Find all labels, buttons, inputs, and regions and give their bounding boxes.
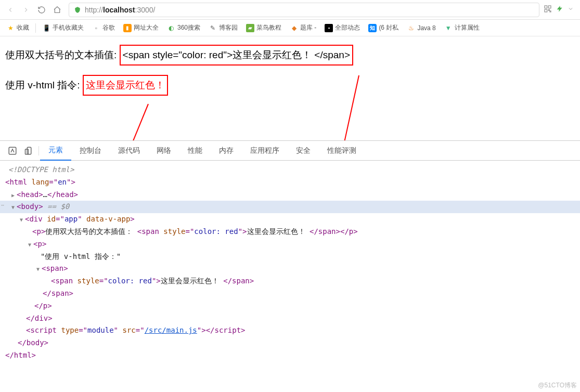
tab-elements[interactable]: 元素 — [40, 141, 71, 161]
home-button[interactable] — [50, 3, 65, 17]
tree-line[interactable]: "使用 v-html 指令：" — [0, 251, 580, 263]
gutter-dots: ⋯ — [0, 201, 6, 210]
site-icon: 知 — [368, 24, 377, 32]
expand-icon[interactable]: ▶ — [11, 191, 17, 200]
back-button[interactable] — [3, 3, 18, 17]
devtools-tabs: 元素 控制台 源代码 网络 性能 内存 应用程序 安全 性能评测 — [0, 141, 580, 161]
bookmark-dongdai[interactable]: ▪全部动态 — [321, 21, 363, 34]
tree-line[interactable]: ▶<head>…</head> — [0, 189, 580, 201]
interpolation-line: 使用双大括号的文本插值: <span style="color: red">这里… — [5, 45, 575, 66]
browser-right-icons — [544, 5, 577, 15]
browser-toolbar: http://localhost:3000/ — [0, 0, 580, 20]
tab-application[interactable]: 应用程序 — [242, 141, 288, 161]
tree-line[interactable]: ▼<div id="app" data-v-app> — [0, 213, 580, 226]
tab-sources[interactable]: 源代码 — [110, 141, 148, 161]
collapse-icon[interactable]: ▼ — [28, 240, 33, 249]
svg-rect-0 — [545, 6, 547, 8]
bookmark-mobile[interactable]: 📱手机收藏夹 — [39, 21, 87, 34]
bookmark-google[interactable]: ▫谷歌 — [89, 21, 118, 34]
devtools-panel: 元素 控制台 源代码 网络 性能 内存 应用程序 安全 性能评测 <!DOCTY… — [0, 140, 580, 392]
tab-network[interactable]: 网络 — [148, 141, 179, 161]
tree-line[interactable]: </p> — [0, 300, 580, 312]
bookmark-label: 360搜索 — [177, 23, 200, 32]
tree-line[interactable]: <html lang="en"> — [0, 176, 580, 189]
collapse-icon[interactable]: ▼ — [11, 203, 17, 212]
tree-line[interactable]: <script type="module" src="/src/main.js"… — [0, 324, 580, 337]
annotation-box-1: <span style="color: red">这里会显示红色！ </span… — [120, 45, 353, 66]
tab-console[interactable]: 控制台 — [71, 141, 110, 161]
bookmark-zhihu[interactable]: 知(6 封私 — [365, 21, 402, 34]
svg-rect-1 — [548, 6, 551, 8]
svg-rect-2 — [545, 9, 547, 12]
site-icon: ◐ — [167, 24, 175, 32]
bookmark-360[interactable]: ◐360搜索 — [164, 21, 203, 34]
site-icon: ♨ — [407, 24, 415, 32]
tab-perf-eval[interactable]: 性能评测 — [319, 141, 365, 161]
tree-line[interactable]: </html> — [0, 349, 580, 362]
svg-rect-4 — [550, 11, 551, 12]
line2-label: 使用 v-html 指令: — [5, 80, 83, 90]
bookmark-label: 题库 - — [300, 23, 316, 32]
tree-line[interactable]: ▼<p> — [0, 238, 580, 251]
tab-performance[interactable]: 性能 — [179, 141, 211, 161]
bookmark-label: 谷歌 — [102, 23, 115, 32]
tree-line[interactable]: <span style="color: red">这里会显示红色！ </span… — [0, 275, 580, 288]
vhtml-line: 使用 v-html 指令: 这里会显示红色！ — [5, 75, 575, 96]
bookmark-label: 菜鸟教程 — [256, 23, 281, 32]
bookmark-java[interactable]: ♨Java 8 — [404, 22, 439, 34]
tree-line[interactable]: </div> — [0, 312, 580, 325]
reload-button[interactable] — [34, 3, 49, 17]
star-icon: ★ — [6, 24, 15, 32]
tab-memory[interactable]: 内存 — [211, 141, 242, 161]
separator — [35, 23, 36, 33]
site-icon: ▼ — [444, 24, 453, 32]
elements-tree[interactable]: <!DOCTYPE html> <html lang="en"> ▶<head>… — [0, 161, 580, 392]
bookmark-label: (6 封私 — [379, 23, 398, 32]
bookmark-label: 手机收藏夹 — [53, 23, 84, 32]
svg-rect-8 — [27, 147, 31, 154]
bolt-icon[interactable] — [556, 5, 563, 15]
site-icon: ▰ — [246, 24, 254, 32]
inspect-icon[interactable] — [4, 142, 21, 159]
svg-rect-7 — [9, 147, 16, 154]
separator — [38, 146, 39, 155]
bookmarks-bar: ★收藏 📱手机收藏夹 ▫谷歌 ▮网址大全 ◐360搜索 ✎博客园 ▰菜鸟教程 ◆… — [0, 20, 580, 36]
forward-button[interactable] — [19, 3, 33, 17]
shield-icon — [73, 6, 82, 14]
url-text: http://localhost:3000/ — [85, 6, 535, 14]
bookmark-label: 收藏 — [17, 23, 29, 32]
svg-rect-3 — [548, 9, 549, 10]
tree-line[interactable]: <p>使用双大括号的文本插值： <span style="color: red"… — [0, 226, 580, 238]
bookmark-cainiao[interactable]: ▰菜鸟教程 — [243, 21, 285, 34]
annotation-box-2: 这里会显示红色！ — [83, 75, 168, 96]
tree-line-selected[interactable]: ⋯ ▼<body> == $0 — [0, 201, 580, 213]
bookmark-fav[interactable]: ★收藏 — [3, 21, 32, 34]
tab-security[interactable]: 安全 — [288, 141, 319, 161]
site-icon: ✎ — [209, 24, 217, 32]
bookmark-wangzhi[interactable]: ▮网址大全 — [120, 21, 162, 34]
site-icon: ▪ — [325, 24, 333, 32]
chevron-down-icon[interactable] — [568, 6, 574, 14]
bookmark-tiku[interactable]: ◆题库 - — [287, 21, 319, 34]
tree-line[interactable]: <!DOCTYPE html> — [0, 164, 580, 176]
bookmark-label: 计算属性 — [455, 23, 480, 32]
site-icon: ▮ — [123, 24, 132, 32]
tree-line[interactable]: ▼<span> — [0, 263, 580, 275]
bookmark-label: Java 8 — [417, 24, 435, 32]
device-icon[interactable] — [21, 142, 37, 159]
page-viewport: 使用双大括号的文本插值: <span style="color: red">这里… — [0, 36, 580, 104]
qr-icon[interactable] — [544, 5, 552, 15]
page-icon: ▫ — [92, 24, 100, 32]
bookmark-label: 网址大全 — [134, 23, 159, 32]
collapse-icon[interactable]: ▼ — [36, 265, 42, 273]
address-bar[interactable]: http://localhost:3000/ — [69, 3, 539, 17]
bookmark-boke[interactable]: ✎博客园 — [205, 21, 241, 34]
tree-line[interactable]: </span> — [0, 288, 580, 300]
bookmark-label: 博客园 — [219, 23, 238, 32]
bookmark-label: 全部动态 — [335, 23, 360, 32]
bookmark-vue[interactable]: ▼计算属性 — [441, 21, 483, 34]
site-icon: ◆ — [290, 24, 298, 32]
collapse-icon[interactable]: ▼ — [20, 215, 25, 224]
tree-line[interactable]: </body> — [0, 337, 580, 349]
mobile-icon: 📱 — [42, 24, 50, 32]
